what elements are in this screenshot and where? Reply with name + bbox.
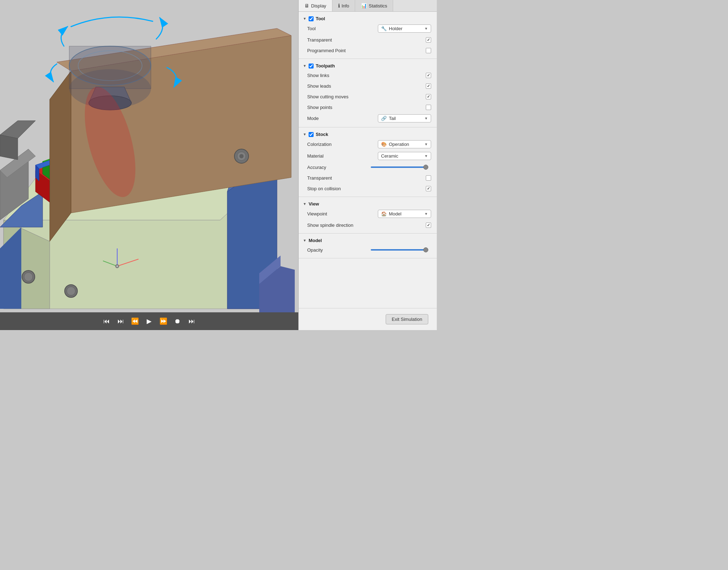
stock-transparent-row: Transparent (299, 172, 437, 183)
tab-statistics-label: Statistics (369, 3, 387, 9)
section-view-header[interactable]: ▼ View (299, 200, 437, 208)
section-toolpath-header[interactable]: ▼ Toolpath (299, 62, 437, 70)
opacity-slider-thumb[interactable] (423, 247, 428, 252)
toolpath-collapse-arrow: ▼ (303, 64, 306, 68)
tool-prop-row: Tool 🔧 Holder ▼ (299, 23, 437, 34)
colorization-row: Colorization 🎨 Operation ▼ (299, 138, 437, 150)
tool-dropdown[interactable]: 🔧 Holder ▼ (378, 24, 431, 33)
stock-section-checkbox[interactable] (309, 132, 314, 137)
show-links-control (426, 73, 431, 78)
mode-dropdown-icon: 🔗 (381, 116, 387, 121)
tab-statistics[interactable]: 📊 Statistics (355, 0, 393, 11)
mode-dropdown[interactable]: 🔗 Tail ▼ (378, 114, 431, 122)
svg-point-48 (116, 265, 118, 267)
colorization-control: 🎨 Operation ▼ (378, 140, 431, 148)
accuracy-label: Accuracy (307, 165, 371, 170)
viewpoint-row: Viewpoint 🏠 Model ▼ (299, 208, 437, 220)
tab-display-label: Display (311, 3, 326, 9)
toolpath-section-checkbox[interactable] (309, 64, 314, 68)
spindle-direction-row: Show spindle direction (299, 220, 437, 230)
colorization-label: Colorization (307, 142, 378, 147)
show-cutting-moves-label: Show cutting moves (307, 94, 426, 99)
opacity-slider-track[interactable] (371, 249, 428, 251)
right-panel: 🖥 Display ℹ Info 📊 Statistics ▼ Tool (298, 0, 437, 330)
exit-simulation-button[interactable]: Exit Simulation (386, 314, 428, 324)
section-toolpath: ▼ Toolpath Show links Show leads (299, 59, 437, 127)
programmed-point-control (426, 48, 431, 53)
material-label: Material (307, 153, 378, 159)
material-control: Ceramic ▼ (378, 152, 431, 160)
spindle-direction-checkbox[interactable] (426, 223, 431, 228)
playback-play[interactable]: ▶ (144, 316, 154, 326)
tab-display[interactable]: 🖥 Display (299, 0, 332, 11)
show-points-row: Show points (299, 102, 437, 113)
playback-record[interactable]: ⏺ (173, 316, 183, 326)
info-icon: ℹ (338, 3, 340, 9)
tab-bar: 🖥 Display ℹ Info 📊 Statistics (299, 0, 437, 12)
svg-marker-41 (0, 135, 18, 160)
playback-skip-end[interactable]: ⏭ (187, 316, 197, 326)
show-leads-row: Show leads (299, 81, 437, 91)
viewpoint-icon: 🏠 (381, 211, 387, 217)
section-model: ▼ Model Opacity (299, 234, 437, 258)
playback-skip-start[interactable]: ⏮ (102, 316, 112, 326)
viewpoint-dropdown[interactable]: 🏠 Model ▼ (378, 210, 431, 218)
view-collapse-arrow: ▼ (303, 202, 306, 206)
show-leads-control (426, 83, 431, 89)
transparent-control (426, 37, 431, 43)
panel-content: ▼ Tool Tool 🔧 Holder ▼ (299, 12, 437, 308)
section-stock: ▼ Stock Colorization 🎨 Operation ▼ (299, 127, 437, 197)
colorization-dropdown[interactable]: 🎨 Operation ▼ (378, 140, 431, 148)
transparent-label: Transparent (307, 37, 426, 43)
mode-dropdown-value: Tail (389, 116, 396, 121)
svg-point-37 (24, 273, 33, 281)
model-collapse-arrow: ▼ (303, 239, 306, 242)
programmed-point-prop-row: Programmed Point (299, 45, 437, 56)
tool-dropdown-value: Holder (389, 26, 402, 31)
mode-row: Mode 🔗 Tail ▼ (299, 113, 437, 124)
accuracy-slider-track[interactable] (371, 166, 428, 168)
tab-info[interactable]: ℹ Info (332, 0, 355, 11)
show-cutting-moves-control (426, 94, 431, 99)
section-stock-header[interactable]: ▼ Stock (299, 130, 437, 138)
transparent-prop-row: Transparent (299, 34, 437, 45)
programmed-point-checkbox[interactable] (426, 48, 431, 53)
section-tool-header[interactable]: ▼ Tool (299, 15, 437, 23)
stop-collision-checkbox[interactable] (426, 186, 431, 191)
section-view: ▼ View Viewpoint 🏠 Model ▼ (299, 197, 437, 234)
stock-transparent-checkbox[interactable] (426, 175, 431, 181)
opacity-row: Opacity (299, 245, 437, 255)
tool-section-title: Tool (316, 16, 325, 21)
show-links-checkbox[interactable] (426, 73, 431, 78)
app-container: ⏮ ⏭ ⏪ ▶ ⏩ ⏺ ⏭ 🖥 Display ℹ Info 📊 Statist… (0, 0, 437, 330)
viewpoint-label: Viewpoint (307, 211, 378, 217)
show-cutting-moves-row: Show cutting moves (299, 91, 437, 102)
playback-step-forward[interactable]: ⏩ (158, 316, 168, 326)
viewpoint-dropdown-arrow: ▼ (424, 212, 428, 216)
mode-dropdown-arrow: ▼ (424, 116, 428, 120)
svg-point-35 (239, 154, 244, 158)
viewpoint-control: 🏠 Model ▼ (378, 210, 431, 218)
accuracy-slider-thumb[interactable] (423, 165, 428, 170)
colorization-dropdown-arrow: ▼ (424, 142, 428, 146)
material-dropdown[interactable]: Ceramic ▼ (378, 152, 431, 160)
show-links-label: Show links (307, 73, 426, 78)
stock-collapse-arrow: ▼ (303, 132, 306, 136)
tool-section-checkbox[interactable] (309, 16, 314, 21)
transparent-checkbox[interactable] (426, 37, 431, 43)
toolpath-section-title: Toolpath (316, 63, 335, 68)
show-leads-checkbox[interactable] (426, 83, 431, 89)
playback-prev-frame[interactable]: ⏭ (116, 316, 126, 326)
material-row: Material Ceramic ▼ (299, 150, 437, 162)
playback-step-back[interactable]: ⏪ (130, 316, 140, 326)
mode-label: Mode (307, 116, 378, 121)
viewpoint-value: Model (389, 211, 401, 217)
section-model-header[interactable]: ▼ Model (299, 236, 437, 245)
tool-dropdown-arrow: ▼ (424, 27, 428, 31)
svg-point-39 (67, 287, 75, 295)
tool-label: Tool (307, 26, 378, 31)
opacity-control (371, 249, 431, 251)
show-points-checkbox[interactable] (426, 105, 431, 110)
colorization-value: Operation (389, 142, 409, 147)
show-cutting-moves-checkbox[interactable] (426, 94, 431, 99)
